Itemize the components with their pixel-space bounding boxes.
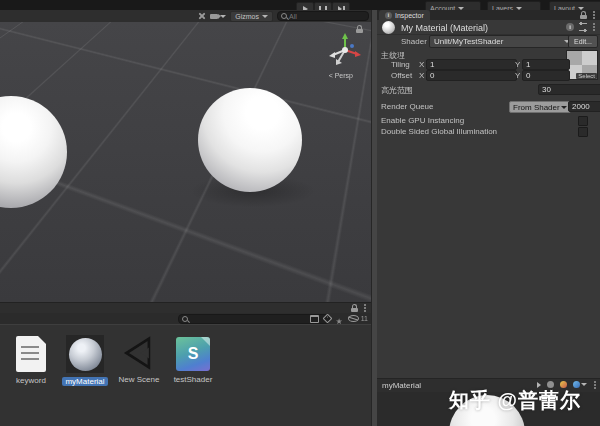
asset-mymaterial[interactable]: myMaterial (58, 335, 112, 386)
menu-icon[interactable] (593, 14, 595, 16)
watermark: 知乎 @普蕾尔 (449, 387, 581, 414)
render-queue-field[interactable]: 2000 (568, 101, 600, 112)
asset-label: keyword (13, 376, 49, 385)
offset-y-field[interactable]: 0 (522, 70, 570, 81)
asset-keyword[interactable]: keyword (4, 335, 58, 385)
preview-menu-icon[interactable] (594, 384, 596, 386)
sphere-object-right[interactable] (198, 88, 302, 192)
account-dropdown[interactable]: Account (425, 1, 481, 10)
chevron-down-icon (262, 15, 268, 18)
shader-dropdown[interactable]: Unlit/MyTestShader (429, 35, 575, 48)
search-by-label-icon[interactable] (322, 314, 332, 324)
inspector-icon (385, 12, 392, 19)
inspector-tabbar: Inspector (377, 10, 600, 20)
material-asset-icon (66, 335, 104, 373)
offset-x-field[interactable]: 0 (426, 70, 517, 81)
tiling-y-value: 1 (526, 60, 530, 69)
render-queue-label: Render Queue (381, 102, 433, 111)
presets-icon[interactable] (579, 23, 587, 31)
eye-slash-icon (348, 315, 359, 322)
project-content: keyword myMaterial New Scene S testShade… (0, 324, 371, 426)
tools-icon[interactable] (198, 12, 206, 20)
search-icon (182, 316, 188, 322)
texture-slot[interactable]: Select (566, 50, 598, 80)
scene-search-text: All (289, 13, 297, 20)
menu-icon[interactable] (593, 26, 595, 28)
offset-x-label: X (419, 71, 424, 80)
offset-x-value: 0 (430, 71, 434, 80)
double-sided-gi-checkbox[interactable] (578, 127, 588, 137)
help-icon[interactable] (566, 23, 574, 31)
pause-button[interactable] (314, 2, 332, 10)
shader-asset-icon: S (176, 337, 210, 371)
highlight-range-value: 30 (542, 85, 551, 94)
hidden-count: 11 (361, 315, 368, 322)
offset-y-label: Y (515, 71, 520, 80)
shader-value: Unlit/MyTestShader (434, 37, 503, 46)
text-asset-icon (16, 336, 46, 372)
material-thumbnail-icon (382, 21, 395, 34)
gizmos-dropdown[interactable]: Gizmos (230, 11, 273, 22)
asset-new-scene[interactable]: New Scene (112, 335, 166, 384)
texture-select-button[interactable]: Select (576, 73, 597, 79)
main-toolbar: Account Layers Layout (0, 0, 600, 10)
asset-label-selected: myMaterial (62, 377, 107, 386)
project-search-input[interactable] (178, 314, 330, 324)
draw-mode-dropdown[interactable] (210, 14, 226, 19)
camera-icon (210, 14, 218, 19)
search-by-type-icon[interactable] (310, 315, 319, 323)
lock-icon[interactable] (580, 11, 587, 19)
lock-icon[interactable] (351, 304, 358, 312)
edit-label: Edit... (574, 38, 592, 45)
inspector-tab-label: Inspector (395, 12, 424, 19)
asset-testshader[interactable]: S testShader (166, 335, 220, 384)
render-queue-mode: From Shader (513, 103, 560, 112)
menu-icon[interactable] (364, 307, 366, 309)
play-button[interactable] (296, 2, 314, 10)
tiling-y-label: Y (515, 60, 520, 69)
asset-label: testShader (171, 375, 216, 384)
tab-inspector[interactable]: Inspector (379, 10, 430, 20)
double-sided-gi-label: Double Sided Global Illumination (381, 127, 497, 136)
render-queue-dropdown[interactable]: From Shader (509, 101, 571, 113)
material-header: My Material (Material) (377, 20, 600, 35)
highlight-range-label: 高光范围 (381, 85, 413, 96)
tiling-y-field[interactable]: 1 (522, 59, 570, 70)
material-title: My Material (Material) (401, 23, 488, 33)
step-button[interactable] (332, 2, 350, 10)
persp-label[interactable]: < Persp (329, 72, 353, 79)
edit-shader-button[interactable]: Edit... (568, 35, 598, 48)
hidden-packages-toggle[interactable]: 11 (348, 315, 368, 322)
highlight-range-field[interactable]: 30 (538, 84, 600, 95)
asset-label: New Scene (116, 375, 163, 384)
layout-dropdown[interactable]: Layout (549, 1, 600, 10)
offset-y-value: 0 (526, 71, 530, 80)
gpu-instancing-label: Enable GPU Instancing (381, 116, 464, 125)
tiling-x-field[interactable]: 1 (426, 59, 517, 70)
gpu-instancing-checkbox[interactable] (578, 116, 588, 126)
chevron-down-icon (581, 383, 587, 386)
inspector-panel: Inspector My Material (Material) Shader … (377, 10, 600, 426)
shader-label: Shader (401, 37, 427, 46)
tiling-label: Tiling (391, 60, 410, 69)
shader-row: Shader Unlit/MyTestShader Edit... (377, 34, 600, 48)
chevron-down-icon (561, 106, 567, 109)
layers-dropdown[interactable]: Layers (487, 1, 541, 10)
gizmos-label: Gizmos (235, 13, 259, 20)
search-icon (281, 13, 287, 19)
unity-editor-window: Account Layers Layout Gizmos All (0, 0, 600, 426)
scene-grid (0, 22, 371, 110)
scene-viewport[interactable]: < Persp (0, 22, 371, 302)
preview-title: myMaterial (382, 381, 421, 390)
render-queue-value: 2000 (572, 102, 590, 111)
tiling-x-value: 1 (430, 60, 434, 69)
tiling-x-label: X (419, 60, 424, 69)
unity-scene-icon (121, 335, 157, 371)
orientation-gizmo[interactable] (327, 32, 363, 68)
scene-search-input[interactable]: All (277, 11, 369, 21)
offset-label: Offset (391, 71, 412, 80)
